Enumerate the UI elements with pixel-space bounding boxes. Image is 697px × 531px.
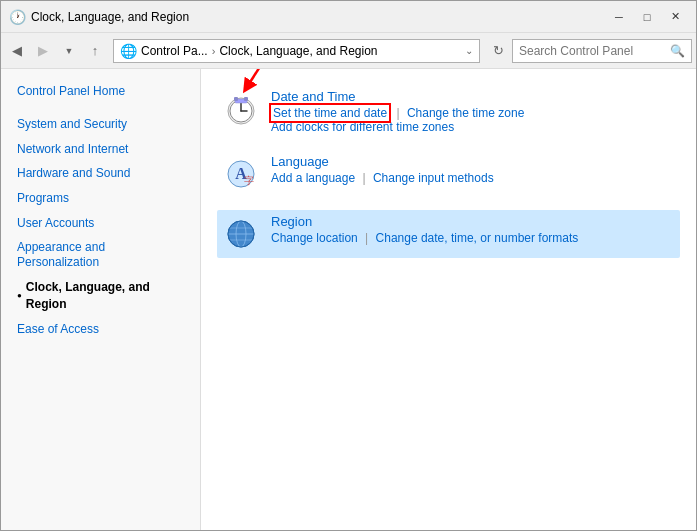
change-date-format-link[interactable]: Change date, time, or number formats: [376, 231, 579, 245]
sidebar-item-clock-label: Clock, Language, and Region: [26, 279, 184, 313]
region-icon: [221, 214, 261, 254]
content-panel: Date and Time Set the time and date | Ch…: [201, 69, 696, 530]
maximize-button[interactable]: □: [634, 7, 660, 27]
address-bar: 🌐 Control Pa... › Clock, Language, and R…: [113, 39, 480, 63]
language-icon: A 字: [221, 154, 261, 194]
breadcrumb-chevron-icon[interactable]: ⌄: [465, 45, 473, 56]
sidebar-item-user-accounts[interactable]: User Accounts: [1, 211, 200, 236]
category-region: Region Change location | Change date, ti…: [217, 210, 680, 258]
date-time-content: Date and Time Set the time and date | Ch…: [271, 89, 676, 134]
back-button[interactable]: ◀: [5, 39, 29, 63]
dropdown-button[interactable]: ▼: [57, 39, 81, 63]
sidebar-item-clock-language: ● Clock, Language, and Region: [1, 275, 200, 317]
region-title[interactable]: Region: [271, 214, 676, 229]
address-globe-icon: 🌐: [120, 43, 137, 59]
forward-button[interactable]: ▶: [31, 39, 55, 63]
change-input-link[interactable]: Change input methods: [373, 171, 494, 185]
date-time-links: Set the time and date | Change the time …: [271, 106, 676, 134]
sidebar-item-network-internet[interactable]: Network and Internet: [1, 137, 200, 162]
svg-rect-8: [244, 97, 248, 101]
set-time-date-link[interactable]: Set the time and date: [271, 105, 389, 121]
add-clocks-link[interactable]: Add clocks for different time zones: [271, 120, 454, 134]
svg-line-1: [247, 69, 277, 87]
language-links: Add a language | Change input methods: [271, 171, 676, 185]
sidebar-item-control-panel-home[interactable]: Control Panel Home: [1, 79, 200, 104]
minimize-button[interactable]: ─: [606, 7, 632, 27]
main-area: Control Panel Home System and Security N…: [1, 69, 696, 530]
sidebar-item-hardware-sound[interactable]: Hardware and Sound: [1, 161, 200, 186]
region-links: Change location | Change date, time, or …: [271, 231, 676, 245]
up-button[interactable]: ↑: [83, 39, 107, 63]
sidebar-item-ease-access[interactable]: Ease of Access: [1, 317, 200, 342]
active-bullet: ●: [17, 290, 22, 301]
date-time-title[interactable]: Date and Time: [271, 89, 676, 104]
breadcrumb-sep-1: ›: [212, 45, 216, 57]
language-content: Language Add a language | Change input m…: [271, 154, 676, 185]
change-timezone-link[interactable]: Change the time zone: [407, 106, 524, 120]
language-title[interactable]: Language: [271, 154, 676, 169]
change-location-link[interactable]: Change location: [271, 231, 358, 245]
close-button[interactable]: ✕: [662, 7, 688, 27]
nav-bar: ◀ ▶ ▼ ↑ 🌐 Control Pa... › Clock, Languag…: [1, 33, 696, 69]
search-box[interactable]: 🔍: [512, 39, 692, 63]
category-date-time: Date and Time Set the time and date | Ch…: [217, 85, 680, 138]
sidebar-item-appearance[interactable]: Appearance andPersonalization: [1, 236, 200, 275]
sidebar-item-system-security[interactable]: System and Security: [1, 112, 200, 137]
sidebar: Control Panel Home System and Security N…: [1, 69, 201, 530]
date-time-icon: [221, 89, 261, 129]
breadcrumb-current: Clock, Language, and Region: [219, 44, 377, 58]
app-icon: 🕐: [9, 9, 25, 25]
breadcrumb-root[interactable]: Control Pa...: [141, 44, 208, 58]
sidebar-item-programs[interactable]: Programs: [1, 186, 200, 211]
window-title: Clock, Language, and Region: [31, 10, 606, 24]
region-content: Region Change location | Change date, ti…: [271, 214, 676, 245]
window-controls: ─ □ ✕: [606, 7, 688, 27]
refresh-button[interactable]: ↻: [486, 39, 510, 63]
add-language-link[interactable]: Add a language: [271, 171, 355, 185]
search-input[interactable]: [519, 44, 670, 58]
title-bar: 🕐 Clock, Language, and Region ─ □ ✕: [1, 1, 696, 33]
search-icon: 🔍: [670, 44, 685, 58]
svg-text:字: 字: [244, 175, 254, 186]
svg-rect-7: [234, 97, 238, 101]
category-language: A 字 Language Add a language | Change inp…: [217, 150, 680, 198]
